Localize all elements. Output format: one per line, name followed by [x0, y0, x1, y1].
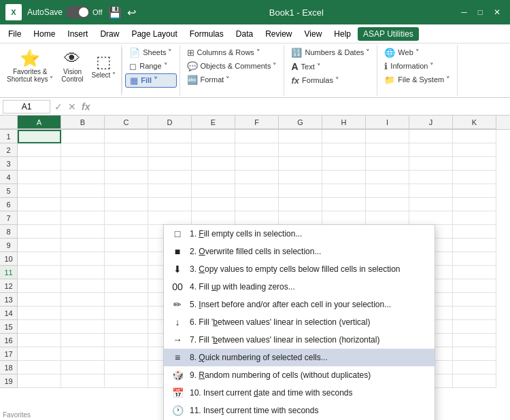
cell-J3[interactable]: [409, 157, 453, 171]
range-button[interactable]: ◻ Range ˅: [125, 60, 176, 73]
cell-A7[interactable]: [18, 211, 61, 225]
cell-C19[interactable]: [105, 374, 148, 388]
cell-B6[interactable]: [61, 198, 105, 211]
cell-H5[interactable]: [322, 184, 366, 198]
col-header-a[interactable]: A: [18, 116, 61, 129]
cell-D5[interactable]: [148, 184, 192, 198]
row-header-2[interactable]: 2: [0, 143, 18, 157]
cell-E5[interactable]: [192, 184, 235, 198]
format-button[interactable]: 🔤 Format ˅: [183, 73, 282, 86]
row-header-6[interactable]: 6: [0, 198, 18, 211]
cell-B14[interactable]: [61, 307, 105, 320]
menu-asap-utilities[interactable]: ASAP Utilities: [358, 27, 419, 41]
cell-D3[interactable]: [148, 157, 192, 171]
col-header-f[interactable]: F: [235, 116, 279, 129]
objects-comments-button[interactable]: 💬 Objects & Comments ˅: [183, 60, 282, 73]
cell-C1[interactable]: [105, 130, 148, 143]
cell-F7[interactable]: [235, 211, 279, 225]
cell-G1[interactable]: [279, 130, 322, 143]
cell-C6[interactable]: [105, 198, 148, 211]
cell-A5[interactable]: [18, 184, 61, 198]
cell-E6[interactable]: [192, 198, 235, 211]
cell-B9[interactable]: [61, 239, 105, 252]
close-button[interactable]: ✕: [490, 7, 505, 17]
cell-K6[interactable]: [453, 198, 496, 211]
cell-F4[interactable]: [235, 171, 279, 184]
cell-J1[interactable]: [409, 130, 453, 143]
cell-J2[interactable]: [409, 143, 453, 157]
cell-C12[interactable]: [105, 279, 148, 293]
fill-button[interactable]: ▦ Fill ˅: [125, 73, 176, 88]
cell-A1[interactable]: [18, 130, 61, 143]
save-icon[interactable]: 💾: [108, 6, 122, 19]
cell-K15[interactable]: [453, 320, 496, 334]
cell-K3[interactable]: [453, 157, 496, 171]
row-header-13[interactable]: 13: [0, 293, 18, 307]
row-header-5[interactable]: 5: [0, 184, 18, 198]
cell-B12[interactable]: [61, 279, 105, 293]
dropdown-item-9[interactable]: 🎲9. Random numbering of cells (without d…: [164, 366, 435, 384]
cell-H7[interactable]: [322, 211, 366, 225]
cell-A16[interactable]: [18, 334, 61, 347]
cell-J6[interactable]: [409, 198, 453, 211]
cell-A15[interactable]: [18, 320, 61, 334]
cell-K17[interactable]: [453, 347, 496, 361]
columns-rows-button[interactable]: ⊞ Columns & Rows ˅: [183, 46, 282, 59]
menu-home[interactable]: Home: [28, 27, 61, 41]
dropdown-item-8[interactable]: ≡8. Quick numbering of selected cells...: [164, 349, 435, 366]
cell-K1[interactable]: [453, 130, 496, 143]
dropdown-item-3[interactable]: ⬇3. Copy values to empty cells below fil…: [164, 260, 435, 278]
dropdown-item-11[interactable]: 🕐11. Insert current time with seconds: [164, 402, 435, 419]
cell-I6[interactable]: [366, 198, 409, 211]
cell-B15[interactable]: [61, 320, 105, 334]
cell-D2[interactable]: [148, 143, 192, 157]
cell-B2[interactable]: [61, 143, 105, 157]
cell-K7[interactable]: [453, 211, 496, 225]
cell-G6[interactable]: [279, 198, 322, 211]
cell-C13[interactable]: [105, 293, 148, 307]
text-button[interactable]: A Text ˅: [287, 60, 374, 73]
row-header-14[interactable]: 14: [0, 307, 18, 320]
cell-D1[interactable]: [148, 130, 192, 143]
cell-E1[interactable]: [192, 130, 235, 143]
cell-C10[interactable]: [105, 252, 148, 266]
row-header-10[interactable]: 10: [0, 252, 18, 266]
cell-G3[interactable]: [279, 157, 322, 171]
cell-C16[interactable]: [105, 334, 148, 347]
cell-B5[interactable]: [61, 184, 105, 198]
minimize-button[interactable]: ─: [457, 7, 471, 17]
menu-draw[interactable]: Draw: [95, 27, 124, 41]
vision-control-button[interactable]: 👁 VisionControl: [58, 48, 86, 85]
cell-B17[interactable]: [61, 347, 105, 361]
cell-H6[interactable]: [322, 198, 366, 211]
menu-review[interactable]: Review: [260, 27, 297, 41]
cell-K8[interactable]: [453, 225, 496, 239]
cell-G5[interactable]: [279, 184, 322, 198]
cell-B4[interactable]: [61, 171, 105, 184]
col-header-j[interactable]: J: [409, 116, 453, 129]
cell-H2[interactable]: [322, 143, 366, 157]
cell-A2[interactable]: [18, 143, 61, 157]
cell-K12[interactable]: [453, 279, 496, 293]
cell-A6[interactable]: [18, 198, 61, 211]
cell-H3[interactable]: [322, 157, 366, 171]
cell-B16[interactable]: [61, 334, 105, 347]
cell-E3[interactable]: [192, 157, 235, 171]
menu-page-layout[interactable]: Page Layout: [126, 27, 182, 41]
cell-K14[interactable]: [453, 307, 496, 320]
cell-B19[interactable]: [61, 374, 105, 388]
cell-A4[interactable]: [18, 171, 61, 184]
col-header-g[interactable]: G: [279, 116, 322, 129]
web-button[interactable]: 🌐 Web ˅: [380, 46, 454, 59]
cell-I5[interactable]: [366, 184, 409, 198]
cell-I7[interactable]: [366, 211, 409, 225]
cell-A12[interactable]: [18, 279, 61, 293]
cell-K16[interactable]: [453, 334, 496, 347]
dropdown-item-6[interactable]: ↓6. Fill 'between values' linear in sele…: [164, 313, 435, 331]
cell-E7[interactable]: [192, 211, 235, 225]
row-header-7[interactable]: 7: [0, 211, 18, 225]
menu-file[interactable]: File: [3, 27, 27, 41]
dropdown-item-7[interactable]: →7. Fill 'between values' linear in sele…: [164, 331, 435, 349]
row-header-4[interactable]: 4: [0, 171, 18, 184]
dropdown-item-5[interactable]: ✏5. Insert before and/or after each cell…: [164, 296, 435, 313]
